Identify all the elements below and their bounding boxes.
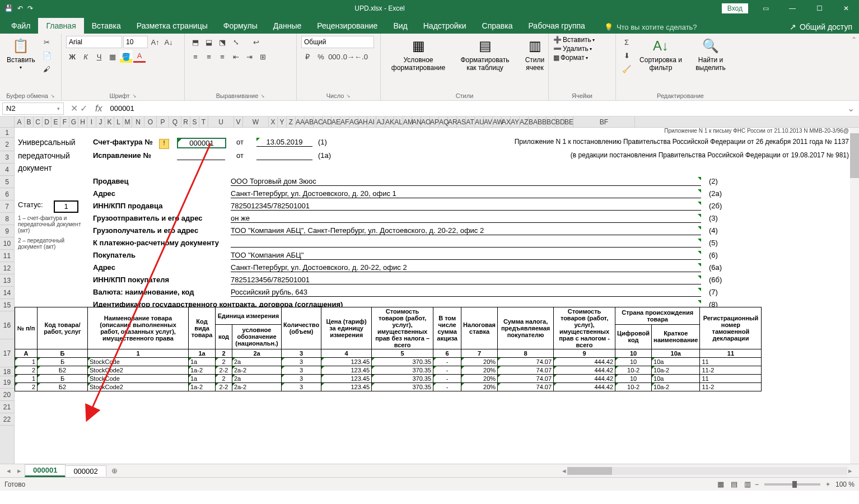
copy-icon[interactable]: 📄 [41, 49, 53, 62]
row-header[interactable]: 7 [0, 200, 14, 213]
merge-icon[interactable]: ⊞ [256, 50, 269, 63]
table-cell[interactable]: 370.35 [372, 358, 433, 366]
row-header[interactable]: 13 [0, 274, 14, 287]
column-header[interactable]: AG [349, 116, 358, 127]
table-cell[interactable]: 3 [282, 366, 321, 375]
table-cell[interactable]: 2-2 [216, 366, 232, 375]
column-header[interactable]: V [234, 116, 243, 127]
orientation-icon[interactable]: ⤡ [230, 36, 242, 48]
table-cell[interactable]: StockCode [88, 358, 189, 366]
column-header[interactable]: Q [169, 116, 181, 127]
row-header[interactable]: 1 [0, 128, 14, 138]
column-header[interactable]: A [15, 116, 25, 127]
paste-button[interactable]: 📋 Вставить ▾ [4, 36, 38, 71]
align-top-icon[interactable]: ⬒ [189, 36, 202, 48]
column-header[interactable]: AV [484, 116, 493, 127]
column-header[interactable]: O [144, 116, 157, 127]
table-cell[interactable]: StockCode [88, 375, 189, 383]
minimize-icon[interactable]: — [779, 0, 805, 17]
table-cell[interactable]: 10 [615, 375, 652, 383]
table-cell[interactable]: 20% [461, 383, 498, 391]
table-cell[interactable]: 10a-2 [652, 366, 700, 375]
table-cell[interactable]: 74.07 [498, 366, 554, 375]
table-cell[interactable]: 20% [461, 358, 498, 366]
tab-view[interactable]: Вид [385, 18, 415, 34]
column-header[interactable]: F [60, 116, 69, 127]
autosum-icon[interactable]: Σ [620, 36, 633, 48]
select-all-corner[interactable] [0, 116, 15, 127]
table-cell[interactable]: Б [38, 358, 88, 366]
scrollbar-thumb[interactable] [850, 133, 859, 178]
font-name-combo[interactable] [66, 36, 122, 48]
table-cell[interactable]: 1 [15, 358, 38, 366]
table-cell[interactable]: 2 [15, 383, 38, 391]
launcher-icon[interactable]: ↘ [132, 93, 137, 99]
underline-button[interactable]: Ч [93, 50, 105, 63]
table-cell[interactable]: 10a [652, 375, 700, 383]
row-header[interactable]: 16 [0, 311, 14, 339]
column-header[interactable]: AD [323, 116, 332, 127]
column-header[interactable]: AZ [520, 116, 529, 127]
name-box[interactable]: N2▾ [2, 102, 64, 115]
clear-icon[interactable]: 🧹 [620, 63, 633, 75]
launcher-icon[interactable]: ↘ [260, 93, 265, 99]
row-header[interactable]: 11 [0, 250, 14, 262]
cell-styles-button[interactable]: ▥Стили ячеек [519, 36, 551, 73]
add-sheet-icon[interactable]: ⊕ [106, 466, 123, 475]
column-header[interactable]: T [199, 116, 208, 127]
column-header[interactable]: AM [403, 116, 412, 127]
table-cell[interactable]: 123.45 [321, 366, 372, 375]
column-header[interactable]: AQ [439, 116, 448, 127]
scroll-right-icon[interactable]: ▸ [848, 466, 852, 475]
collapse-ribbon-icon[interactable]: ⌃ [851, 36, 857, 44]
column-header[interactable]: W [243, 116, 269, 127]
share-button[interactable]: ↗ Общий доступ [783, 20, 859, 34]
column-header[interactable]: AC [314, 116, 323, 127]
table-cell[interactable]: 10a [652, 358, 700, 366]
table-cell[interactable]: 444.42 [554, 383, 615, 391]
conditional-format-button[interactable]: ▦Условное форматирование [385, 36, 451, 73]
sheet-tab-2[interactable]: 000002 [65, 465, 106, 477]
column-header[interactable]: BD [555, 116, 564, 127]
row-header[interactable]: 12 [0, 262, 14, 274]
table-cell[interactable]: 10-2 [615, 383, 652, 391]
indent-dec-icon[interactable]: ⇤ [230, 50, 242, 63]
row-header[interactable]: 8 [0, 213, 14, 225]
row-header[interactable]: 9 [0, 225, 14, 237]
undo-icon[interactable]: ↶ [17, 4, 23, 12]
font-size-combo[interactable] [123, 36, 148, 48]
decimal-dec-icon[interactable]: ←.0 [355, 50, 367, 63]
table-cell[interactable]: 123.45 [321, 358, 372, 366]
column-header[interactable]: AR [448, 116, 457, 127]
column-header[interactable]: M [123, 116, 132, 127]
align-left-icon[interactable]: ≡ [189, 50, 202, 63]
tab-home[interactable]: Главная [38, 18, 83, 34]
align-middle-icon[interactable]: ⬓ [203, 36, 215, 48]
table-cell[interactable]: 2а-2 [232, 366, 282, 375]
table-cell[interactable]: 74.07 [498, 375, 554, 383]
align-bottom-icon[interactable]: ⬔ [216, 36, 228, 48]
format-cells-button[interactable]: ▦Формат▾ [553, 54, 588, 62]
normal-view-icon[interactable]: ▦ [715, 478, 727, 491]
decrease-font-icon[interactable]: A↓ [162, 36, 175, 48]
number-format-combo[interactable] [301, 36, 374, 48]
row-header[interactable]: 18 [0, 367, 14, 376]
row-header[interactable]: 15 [0, 299, 14, 311]
login-button[interactable]: Вход [722, 3, 748, 13]
redo-icon[interactable]: ↷ [27, 4, 33, 12]
table-cell[interactable]: 10 [615, 358, 652, 366]
comma-icon[interactable]: 000 [328, 50, 340, 63]
column-header[interactable]: AO [421, 116, 430, 127]
table-cell[interactable]: 2 [216, 358, 232, 366]
table-cell[interactable]: StockCode2 [88, 366, 189, 375]
table-cell[interactable]: 1a-2 [189, 366, 216, 375]
table-cell[interactable]: 444.42 [554, 375, 615, 383]
tab-formulas[interactable]: Формулы [216, 18, 265, 34]
launcher-icon[interactable]: ↘ [50, 93, 55, 99]
tab-workgroup[interactable]: Рабочая группа [520, 18, 592, 34]
tab-file[interactable]: Файл [3, 18, 38, 34]
delete-cells-button[interactable]: ➖Удалить▾ [553, 45, 592, 53]
table-cell[interactable]: 11 [700, 358, 762, 366]
table-cell[interactable]: 2а [232, 358, 282, 366]
column-header[interactable]: AW [493, 116, 502, 127]
